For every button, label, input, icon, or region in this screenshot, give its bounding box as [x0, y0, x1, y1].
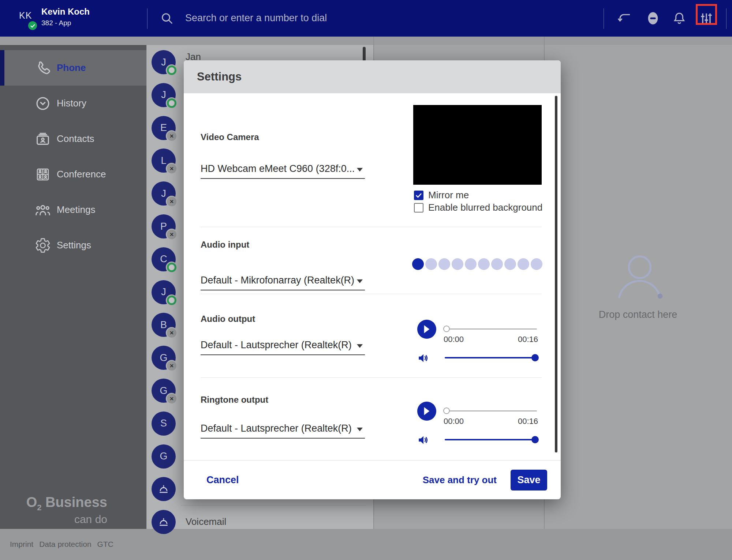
contact-initial: G	[160, 451, 167, 462]
audio-output-value: Default - Lautsprecher (Realtek(R) ...	[201, 339, 354, 351]
presence-badge-offline: ✕	[167, 361, 176, 371]
contact-list-item[interactable]: S	[152, 411, 176, 436]
dialog-title: Settings	[197, 70, 242, 83]
audio-input-label: Audio input	[201, 240, 249, 250]
divider	[147, 8, 147, 29]
chevron-down-icon	[357, 168, 363, 172]
checkbox-check-icon	[415, 193, 422, 198]
blur-background-row: Enable blurred background	[414, 202, 542, 213]
audio-level-dot	[478, 258, 490, 270]
elapsed-time: 00:00	[444, 417, 464, 426]
contact-list-item[interactable]: L✕	[152, 149, 176, 173]
save-and-try-out-button[interactable]: Save and try out	[423, 474, 497, 486]
contact-list-item[interactable]: E✕	[152, 116, 176, 140]
audio-level-dot	[518, 258, 529, 270]
divider	[726, 8, 727, 29]
presence-badge-offline: ✕	[167, 197, 176, 206]
progress-thumb[interactable]	[443, 326, 450, 332]
play-button-audio-output[interactable]	[417, 320, 436, 339]
audio-input-value: Default - Mikrofonarray (Realtek(R)...	[201, 275, 354, 286]
elapsed-time: 00:00	[444, 335, 464, 344]
voicemail-list-item[interactable]	[152, 477, 176, 501]
contact-list-item[interactable]: G✕	[152, 346, 176, 370]
voicemail-avatar[interactable]	[152, 510, 176, 534]
contact-list-item[interactable]: J✕	[152, 181, 176, 206]
contact-initial: C	[160, 253, 167, 265]
user-extension: 382 - App	[41, 19, 71, 27]
mirror-label: Mirror me	[428, 189, 469, 201]
contact-list-item[interactable]: J	[152, 50, 176, 74]
audio-input-select[interactable]: Default - Mikrofonarray (Realtek(R)...	[201, 271, 365, 290]
cancel-button[interactable]: Cancel	[206, 474, 239, 486]
total-time: 00:16	[518, 335, 538, 344]
contact-initial: J	[161, 188, 166, 199]
contact-list-item[interactable]: J	[152, 83, 176, 107]
contact-initial: G	[160, 385, 167, 396]
contact-initial: B	[160, 319, 167, 331]
contact-list-item[interactable]: B✕	[152, 313, 176, 337]
contact-list-item[interactable]: P✕	[152, 214, 176, 238]
contact-initial: J	[161, 89, 166, 101]
blur-checkbox[interactable]	[414, 203, 423, 213]
top-bar: KK Kevin Koch 382 - App Search or enter …	[0, 0, 732, 37]
video-camera-select[interactable]: HD Webcam eMeet C960 (328f:0...	[201, 159, 365, 179]
section-divider	[201, 227, 542, 227]
video-camera-value: HD Webcam eMeet C960 (328f:0...	[201, 163, 354, 174]
ringtone-output-value: Default - Lautsprecher (Realtek(R) ...	[201, 423, 354, 434]
presence-badge-offline: ✕	[167, 394, 176, 403]
blur-label: Enable blurred background	[428, 202, 542, 213]
contact-avatar[interactable]: S	[152, 411, 176, 436]
audio-output-select[interactable]: Default - Lautsprecher (Realtek(R) ...	[201, 335, 365, 355]
check-icon	[30, 24, 35, 28]
search-input[interactable]: Search or enter a number to dial	[185, 12, 327, 24]
mirror-checkbox[interactable]	[414, 191, 423, 200]
presence-badge-online	[167, 65, 176, 75]
volume-thumb[interactable]	[531, 436, 539, 443]
play-icon	[423, 407, 430, 415]
contact-initial: L	[161, 155, 166, 166]
contact-list-item[interactable]: G	[152, 444, 176, 469]
audio-level-dot	[425, 258, 437, 270]
progress-thumb[interactable]	[443, 407, 450, 414]
voicemail-bell-icon	[157, 483, 170, 495]
chevron-down-icon	[357, 428, 363, 431]
dialog-header: Settings	[184, 60, 561, 93]
contact-list-item[interactable]: J	[152, 280, 176, 304]
dialog-scrollbar[interactable]	[555, 96, 557, 452]
contact-avatar[interactable]: G	[152, 444, 176, 469]
user-name: Kevin Koch	[41, 7, 90, 17]
mic-level-meter	[412, 258, 542, 270]
contact-initial: E	[160, 122, 167, 134]
ringtone-output-select[interactable]: Default - Lautsprecher (Realtek(R) ...	[201, 419, 365, 439]
playback-progress-ringtone[interactable]	[445, 410, 537, 411]
audio-level-dot	[531, 258, 542, 270]
presence-badge-online	[167, 98, 176, 108]
volume-thumb[interactable]	[531, 354, 539, 361]
speaker-icon	[417, 434, 430, 448]
audio-output-label: Audio output	[201, 314, 255, 324]
audio-level-dot	[412, 258, 424, 270]
voicemail-list-item[interactable]	[152, 510, 176, 534]
volume-slider-ringtone[interactable]	[445, 439, 537, 440]
contact-list-item[interactable]: C	[152, 247, 176, 271]
app-window: KK Kevin Koch 382 - App Search or enter …	[0, 0, 732, 560]
presence-badge-online	[167, 296, 176, 305]
list-divider	[181, 505, 366, 505]
volume-slider-audio-output[interactable]	[445, 357, 537, 358]
presence-badge-offline: ✕	[167, 328, 176, 338]
save-button[interactable]: Save	[511, 470, 547, 491]
playback-progress-audio-output[interactable]	[445, 328, 537, 330]
presence-status-icon	[28, 21, 37, 30]
presence-badge-online	[167, 263, 176, 272]
video-camera-label: Video Camera	[201, 132, 259, 142]
contact-initial: J	[161, 286, 166, 298]
contact-initial: G	[160, 352, 167, 364]
chevron-down-icon	[357, 344, 363, 348]
play-button-ringtone[interactable]	[417, 402, 436, 421]
contact-list-item[interactable]: G✕	[152, 379, 176, 403]
voicemail-avatar[interactable]	[152, 477, 176, 501]
audio-level-dot	[504, 258, 516, 270]
user-initials[interactable]: KK	[19, 10, 32, 21]
voicemail-bell-icon	[157, 516, 170, 528]
voicemail-label[interactable]: Voicemail	[186, 516, 226, 527]
